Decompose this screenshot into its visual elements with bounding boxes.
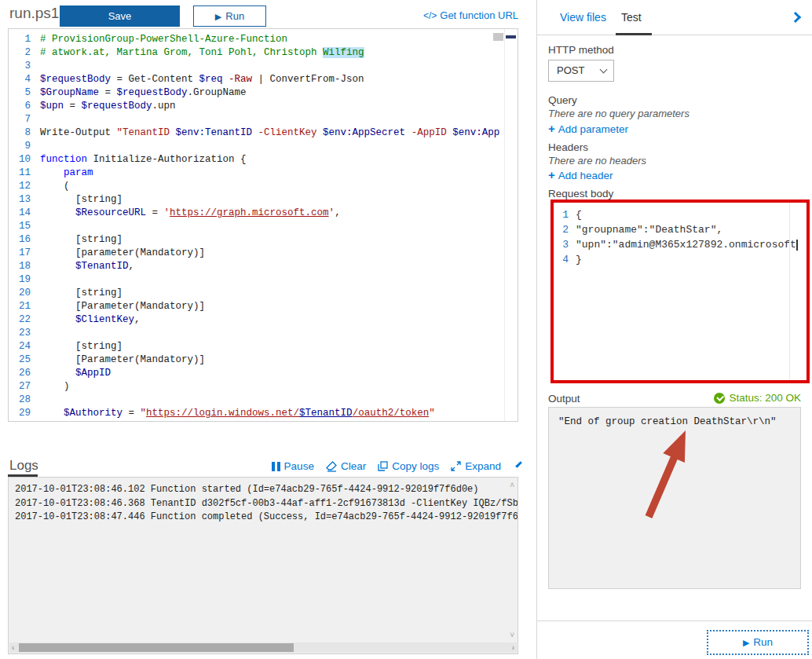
code-line: 27 ) — [9, 380, 518, 394]
run-bottom-label: Run — [753, 636, 773, 648]
output-label: Output — [548, 393, 580, 405]
page-title: run.ps1 — [9, 5, 59, 22]
logs-toolbar: Pause Clear Copy logs Expand — [283, 460, 518, 472]
output-text: "End of group creation DeathStar\r\n" — [549, 408, 800, 427]
save-button[interactable]: Save — [60, 5, 180, 27]
run-button-top[interactable]: ▶Run — [193, 5, 266, 27]
editor-scrollbar-thumb[interactable] — [493, 33, 503, 41]
clear-label: Clear — [341, 460, 366, 472]
active-tab-underline — [616, 33, 652, 35]
expand-label: Expand — [465, 460, 501, 472]
code-line: 6$upn = $requestBody.upn — [9, 100, 518, 113]
log-line: 2017-10-01T23:08:46.102 Function started… — [9, 483, 518, 497]
request-body-scrollbar-track[interactable] — [789, 203, 790, 380]
clear-button[interactable]: Clear — [326, 460, 366, 472]
request-body-lines: 1{2"groupname":"DeathStar",3"upn":"admin… — [554, 207, 807, 267]
panel-divider — [537, 621, 812, 621]
code-line: 11 param — [9, 167, 518, 180]
add-parameter-button[interactable]: +Add parameter — [548, 122, 628, 135]
logs-horizontal-scrollbar[interactable]: ‹ › — [9, 643, 517, 653]
http-method-value: POST — [557, 64, 584, 76]
play-icon: ▶ — [743, 638, 749, 647]
code-editor-lines: 1# ProvisionGroup-PowerShell-Azure-Funct… — [9, 33, 518, 420]
status-badge: Status: 200 OK — [714, 392, 801, 404]
request-body-line: 1{ — [554, 207, 807, 222]
http-method-select[interactable]: POST — [548, 60, 614, 82]
expand-button[interactable]: Expand — [451, 460, 501, 472]
tab-view-files[interactable]: View files — [560, 11, 606, 24]
add-header-label: Add header — [558, 170, 613, 181]
code-line: 22 $ClientKey, — [9, 313, 518, 327]
expand-icon — [451, 461, 461, 471]
text-cursor — [796, 240, 798, 251]
code-line: 24 [string] — [9, 340, 518, 353]
add-parameter-label: Add parameter — [558, 123, 628, 135]
request-body-line: 2"groupname":"DeathStar", — [554, 222, 807, 237]
copy-logs-button[interactable]: Copy logs — [378, 460, 439, 472]
log-line: 2017-10-01T23:08:46.368 TenantID d302f5c… — [9, 497, 518, 511]
code-line: 13 [string] — [9, 193, 518, 207]
scroll-right-icon[interactable]: › — [512, 643, 514, 652]
request-body-line: 3"upn":"admin@M365x127892.onmicrosoft — [554, 237, 807, 252]
output-console[interactable]: "End of group creation DeathStar\r\n" — [548, 407, 801, 589]
get-function-url-link[interactable]: </>Get function URL — [371, 9, 518, 21]
editor-minimap-marker — [506, 35, 516, 38]
http-method-label: HTTP method — [548, 44, 614, 56]
code-line: 2# atwork.at, Martina Grom, Toni Pohl, C… — [9, 46, 518, 60]
plus-icon: + — [548, 168, 555, 181]
code-line: 16 [string] — [9, 233, 518, 247]
collapse-panel-chevron-icon[interactable] — [790, 12, 801, 23]
copy-logs-label: Copy logs — [392, 460, 439, 472]
query-label: Query — [548, 94, 577, 106]
editor-scrollbar-track[interactable] — [504, 29, 505, 421]
pause-button[interactable]: Pause — [272, 460, 314, 472]
pause-icon — [272, 462, 280, 471]
code-line: 18 $TenantID, — [9, 260, 518, 273]
code-line: 25 [Parameter(Mandatory)] — [9, 353, 518, 367]
headers-empty-note: There are no headers — [548, 155, 646, 167]
code-line: 28 — [9, 394, 518, 407]
code-line: 17 [parameter(Mandatory)] — [9, 247, 518, 260]
code-line: 21 [Parameter(Mandatory)] — [9, 300, 518, 313]
logs-title: Logs — [9, 458, 38, 474]
run-button-bottom[interactable]: ▶Run — [707, 630, 809, 655]
code-line: 7 — [9, 113, 518, 126]
code-line: 26 $AppID — [9, 367, 518, 380]
tab-test[interactable]: Test — [621, 11, 642, 24]
test-panel: View files Test HTTP method POST Query T… — [536, 0, 812, 659]
scroll-left-icon[interactable]: ‹ — [12, 643, 14, 652]
code-editor[interactable]: 1# ProvisionGroup-PowerShell-Azure-Funct… — [8, 28, 518, 422]
request-body-line: 4} — [554, 252, 807, 267]
code-line: 1# ProvisionGroup-PowerShell-Azure-Funct… — [9, 33, 518, 46]
code-line: 9 — [9, 140, 518, 153]
collapse-logs-chevron-icon[interactable] — [515, 461, 521, 467]
log-lines: 2017-10-01T23:08:46.102 Function started… — [9, 478, 518, 525]
code-line: 29 $Authority = "https://login.windows.n… — [9, 407, 518, 420]
code-brackets-icon: </> — [423, 10, 437, 21]
add-header-button[interactable]: +Add header — [548, 168, 613, 181]
code-line: 19 — [9, 273, 518, 287]
logs-scrollbar-thumb[interactable] — [19, 643, 294, 652]
request-body-label: Request body — [548, 188, 613, 200]
pause-label: Pause — [284, 460, 314, 472]
plus-icon: + — [548, 122, 555, 135]
code-line: 8Write-Output "TenantID $env:TenantID -C… — [9, 126, 518, 140]
logs-scroll-up-icon[interactable]: ˄ — [510, 481, 514, 489]
code-line: 12 ( — [9, 180, 518, 193]
logs-scroll-down-icon[interactable]: ˅ — [510, 632, 514, 639]
run-button-label: Run — [225, 10, 244, 22]
request-body-editor[interactable]: 1{2"groupname":"DeathStar",3"upn":"admin… — [550, 200, 810, 383]
panel-tabs: View files Test — [537, 0, 812, 35]
get-function-url-label: Get function URL — [440, 9, 518, 21]
status-text: Status: 200 OK — [729, 392, 801, 404]
code-line: 15 — [9, 220, 518, 233]
eraser-icon — [326, 461, 337, 472]
azure-function-test-page: run.ps1 Save ▶Run </>Get function URL 1#… — [0, 0, 812, 659]
code-line: 3 — [9, 60, 518, 73]
code-line: 23 — [9, 327, 518, 340]
code-line: 4$requestBody = Get-Content $req -Raw | … — [9, 73, 518, 86]
code-line: 10function Initialize-Authorization { — [9, 153, 518, 167]
play-icon: ▶ — [215, 12, 221, 21]
logs-console[interactable]: 2017-10-01T23:08:46.102 Function started… — [8, 477, 518, 654]
log-line: 2017-10-01T23:08:47.446 Function complet… — [9, 511, 518, 525]
